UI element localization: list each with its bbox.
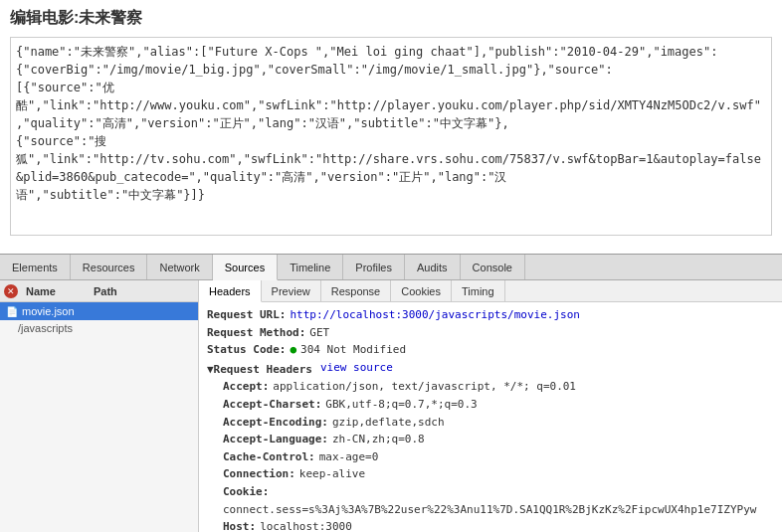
close-icon[interactable]: ✕: [4, 284, 18, 298]
tab-cookies[interactable]: Cookies: [391, 280, 452, 301]
header-name: Accept:: [223, 378, 269, 396]
request-method-row: Request Method: GET: [207, 324, 774, 342]
file-icon: 📄: [6, 306, 18, 317]
header-name: Host:: [223, 518, 256, 532]
request-method-value: GET: [309, 324, 329, 342]
status-code-label: Status Code:: [207, 341, 286, 359]
file-panel-header: ✕ Name Path: [0, 280, 198, 302]
editor-title: 编辑电影:未来警察: [10, 8, 772, 29]
tab-timing[interactable]: Timing: [452, 280, 505, 301]
devtools-tab-bar: Elements Resources Network Sources Timel…: [0, 255, 782, 280]
request-url-link[interactable]: http://localhost:3000/javascripts/movie.…: [290, 308, 579, 321]
header-row: Accept-Charset:GBK,utf-8;q=0.7,*;q=0.3: [223, 396, 774, 414]
header-value: gzip,deflate,sdch: [332, 414, 445, 432]
header-name: Cookie:: [223, 483, 269, 501]
devtools-panel: Elements Resources Network Sources Timel…: [0, 254, 782, 532]
header-value: application/json, text/javascript, */*; …: [273, 378, 576, 396]
status-icon: ●: [290, 341, 296, 359]
header-name: Accept-Charset:: [223, 396, 321, 414]
request-method-label: Request Method:: [207, 324, 305, 342]
devtools-body: ✕ Name Path 📄 movie.json /javascripts He…: [0, 280, 782, 532]
list-item[interactable]: 📄 movie.json: [0, 302, 198, 320]
header-row: Accept-Encoding:gzip,deflate,sdch: [223, 414, 774, 432]
file-panel-col2: Path: [90, 283, 121, 299]
header-row: Cookie:connect.sess=s%3Aj%3A%7B%22user%2…: [223, 483, 774, 518]
header-name: Cache-Control:: [223, 448, 315, 466]
editor-section: 编辑电影:未来警察: [0, 0, 782, 254]
tab-resources[interactable]: Resources: [71, 255, 148, 279]
header-row: Accept-Language:zh-CN,zh;q=0.8: [223, 431, 774, 448]
tab-headers[interactable]: Headers: [199, 280, 262, 302]
view-source-link[interactable]: view source: [320, 359, 393, 379]
tab-console[interactable]: Console: [461, 255, 525, 279]
header-value: max-age=0: [319, 448, 379, 466]
file-path: /javascripts: [18, 322, 73, 334]
tab-audits[interactable]: Audits: [405, 255, 461, 279]
tab-response[interactable]: Response: [321, 280, 392, 301]
headers-list: Accept:application/json, text/javascript…: [207, 378, 774, 532]
detail-content: Request URL: http://localhost:3000/javas…: [199, 302, 782, 532]
file-panel: ✕ Name Path 📄 movie.json /javascripts: [0, 280, 199, 532]
tab-timeline[interactable]: Timeline: [278, 255, 343, 279]
request-headers-label: ▼Request Headers: [207, 361, 312, 379]
file-panel-col1: Name: [22, 283, 60, 299]
header-name: Connection:: [223, 465, 295, 483]
request-url-label: Request URL:: [207, 306, 286, 324]
header-value: connect.sess=s%3Aj%3A%7B%22user%22%3Anu1…: [223, 501, 756, 519]
file-name: movie.json: [22, 305, 75, 317]
header-name: Accept-Encoding:: [223, 414, 328, 432]
list-item[interactable]: /javascripts: [0, 320, 198, 336]
tab-profiles[interactable]: Profiles: [343, 255, 405, 279]
header-row: Accept:application/json, text/javascript…: [223, 378, 774, 396]
header-name: Accept-Language:: [223, 431, 328, 448]
request-headers-row: ▼Request Headers view source: [207, 359, 774, 379]
tab-sources[interactable]: Sources: [213, 255, 278, 280]
request-url-row: Request URL: http://localhost:3000/javas…: [207, 306, 774, 324]
status-code-value: 304 Not Modified: [300, 341, 406, 359]
header-value: GBK,utf-8;q=0.7,*;q=0.3: [325, 396, 477, 414]
header-row: Host:localhost:3000: [223, 518, 774, 532]
header-row: Cache-Control:max-age=0: [223, 448, 774, 466]
header-row: Connection:keep-alive: [223, 465, 774, 483]
file-list: 📄 movie.json /javascripts: [0, 302, 198, 532]
header-value: localhost:3000: [260, 518, 352, 532]
detail-panel: Headers Preview Response Cookies Timing …: [199, 280, 782, 532]
editor-textarea[interactable]: [10, 37, 772, 236]
header-value: keep-alive: [299, 465, 365, 483]
tab-elements[interactable]: Elements: [0, 255, 71, 279]
status-code-row: Status Code: ● 304 Not Modified: [207, 341, 774, 359]
request-url-value: http://localhost:3000/javascripts/movie.…: [290, 306, 579, 324]
tab-preview[interactable]: Preview: [262, 280, 321, 301]
tab-network[interactable]: Network: [147, 255, 212, 279]
header-value: zh-CN,zh;q=0.8: [332, 431, 425, 448]
detail-tabs: Headers Preview Response Cookies Timing: [199, 280, 782, 302]
